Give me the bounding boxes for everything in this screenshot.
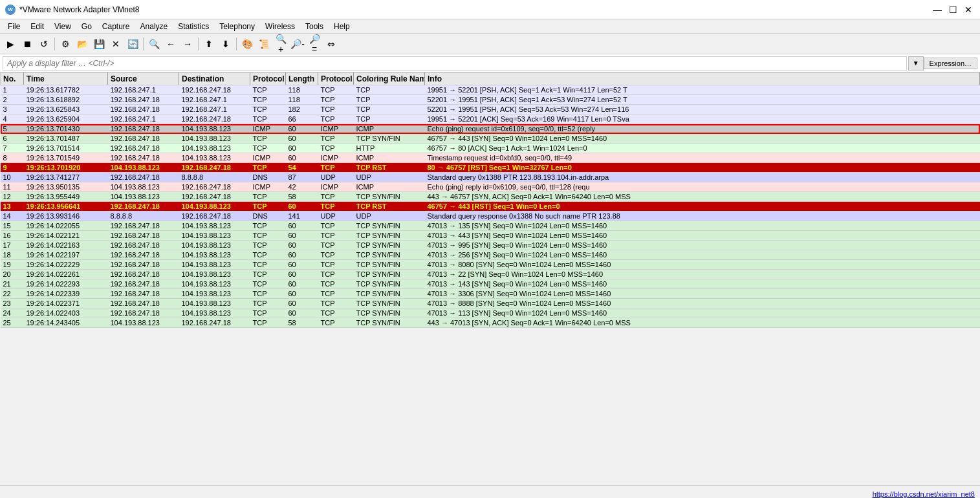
menu-item-help[interactable]: Help	[329, 21, 355, 32]
toolbar-colorize-btn[interactable]: 🎨	[239, 36, 255, 52]
menu-item-file[interactable]: File	[3, 21, 25, 32]
cell-info: 19951 → 52201 [ACK] Seq=53 Ack=169 Win=4…	[425, 114, 980, 124]
filter-input[interactable]	[3, 56, 907, 70]
toolbar-forward-btn[interactable]: →	[180, 36, 195, 52]
filter-dropdown-btn[interactable]: ▼	[908, 56, 924, 70]
table-row[interactable]: 1519:26:14.022055192.168.247.18104.193.8…	[1, 221, 980, 231]
toolbar-goto-btn[interactable]: ⬆	[201, 36, 217, 52]
col-header-coloring[interactable]: Coloring Rule Name	[354, 73, 425, 85]
toolbar-sep1	[54, 38, 55, 50]
table-row[interactable]: 1219:26:13.955449104.193.88.123192.168.2…	[1, 192, 980, 202]
table-row[interactable]: 919:26:13.701920104.193.88.123192.168.24…	[1, 163, 980, 173]
cell-dst: 104.193.88.123	[179, 250, 250, 260]
table-row[interactable]: 519:26:13.701430192.168.247.18104.193.88…	[1, 124, 980, 134]
cell-len: 60	[286, 250, 318, 260]
menu-item-view[interactable]: View	[49, 21, 76, 32]
toolbar-stop-btn[interactable]: ⏹	[19, 36, 35, 52]
cell-time: 19:26:13.701549	[24, 153, 108, 163]
toolbar-resize-btn[interactable]: ⇔	[323, 36, 339, 52]
cell-len: 66	[286, 114, 318, 124]
cell-proto: TCP	[250, 134, 286, 144]
table-row[interactable]: 1819:26:14.022197192.168.247.18104.193.8…	[1, 250, 980, 260]
maximize-button[interactable]: ☐	[946, 3, 959, 16]
col-header-info[interactable]: Info	[425, 73, 980, 85]
cell-proto: TCP	[250, 299, 286, 309]
toolbar-start-btn[interactable]: ▶	[3, 36, 18, 52]
packet-table-wrapper[interactable]: No. Time Source Destination Protocol Len…	[0, 72, 980, 485]
col-header-source[interactable]: Source	[108, 73, 179, 85]
cell-dst: 192.168.247.18	[179, 163, 250, 173]
table-row[interactable]: 1119:26:13.950135104.193.88.123192.168.2…	[1, 182, 980, 192]
toolbar-autoscroll-btn[interactable]: 📜	[256, 36, 272, 52]
menu-item-go[interactable]: Go	[76, 21, 97, 32]
cell-info: 46757 → 80 [ACK] Seq=1 Ack=1 Win=1024 Le…	[425, 144, 980, 153]
menu-item-analyze[interactable]: Analyze	[135, 21, 173, 32]
table-row[interactable]: 2519:26:14.243405104.193.88.123192.168.2…	[1, 318, 980, 328]
cell-proto: ICMP	[250, 153, 286, 163]
menu-item-edit[interactable]: Edit	[25, 21, 49, 32]
toolbar-prev-btn[interactable]: ⬇	[218, 36, 234, 52]
toolbar-zoomreset-btn[interactable]: 🔎=	[307, 36, 322, 52]
cell-time: 19:26:14.022261	[24, 270, 108, 279]
toolbar-sep3	[198, 38, 199, 50]
table-row[interactable]: 719:26:13.701514192.168.247.18104.193.88…	[1, 144, 980, 153]
table-row[interactable]: 2119:26:14.022293192.168.247.18104.193.8…	[1, 279, 980, 289]
toolbar-zoomin-btn[interactable]: 🔍+	[273, 36, 289, 52]
table-row[interactable]: 2419:26:14.022403192.168.247.18104.193.8…	[1, 309, 980, 318]
menu-item-tools[interactable]: Tools	[300, 21, 329, 32]
table-row[interactable]: 419:26:13.625904192.168.247.1192.168.247…	[1, 114, 980, 124]
col-header-destination[interactable]: Destination	[179, 73, 250, 85]
toolbar-zoomout-btn[interactable]: 🔎-	[290, 36, 305, 52]
cell-proto2: TCP	[318, 144, 354, 153]
menu-item-wireless[interactable]: Wireless	[260, 21, 300, 32]
table-row[interactable]: 1919:26:14.022229192.168.247.18104.193.8…	[1, 260, 980, 270]
table-row[interactable]: 1319:26:13.956641192.168.247.18104.193.8…	[1, 202, 980, 211]
menu-item-capture[interactable]: Capture	[97, 21, 135, 32]
cell-time: 19:26:14.022055	[24, 221, 108, 231]
menu-item-statistics[interactable]: Statistics	[173, 21, 214, 32]
toolbar-find-btn[interactable]: 🔍	[146, 36, 162, 52]
cell-proto: TCP	[250, 260, 286, 270]
cell-no: 5	[1, 124, 24, 134]
col-header-no[interactable]: No.	[1, 73, 24, 85]
table-row[interactable]: 2219:26:14.022339192.168.247.18104.193.8…	[1, 289, 980, 299]
expression-button[interactable]: Expression…	[924, 58, 977, 69]
toolbar-save-btn[interactable]: 💾	[91, 36, 107, 52]
table-row[interactable]: 219:26:13.618892192.168.247.18192.168.24…	[1, 95, 980, 105]
table-row[interactable]: 1619:26:14.022121192.168.247.18104.193.8…	[1, 231, 980, 241]
statusbar-url[interactable]: https://blog.csdn.net/xiarim_net8	[873, 490, 975, 498]
toolbar-back-btn[interactable]: ←	[163, 36, 179, 52]
minimize-button[interactable]: —	[931, 3, 944, 16]
cell-dst: 192.168.247.18	[179, 211, 250, 221]
toolbar-close-btn[interactable]: ✕	[108, 36, 124, 52]
table-row[interactable]: 119:26:13.617782192.168.247.1192.168.247…	[1, 85, 980, 95]
table-row[interactable]: 1719:26:14.022163192.168.247.18104.193.8…	[1, 241, 980, 250]
toolbar-restart-btn[interactable]: ↺	[36, 36, 52, 52]
cell-color: TCP SYN/FIN	[354, 231, 425, 241]
cell-len: 60	[286, 231, 318, 241]
col-header-length[interactable]: Length	[286, 73, 318, 85]
cell-src: 192.168.247.18	[108, 250, 179, 260]
table-row[interactable]: 2319:26:14.022371192.168.247.18104.193.8…	[1, 299, 980, 309]
table-row[interactable]: 1419:26:13.9931468.8.8.8192.168.247.18DN…	[1, 211, 980, 221]
table-row[interactable]: 319:26:13.625843192.168.247.18192.168.24…	[1, 105, 980, 114]
close-button[interactable]: ✕	[962, 3, 975, 16]
toolbar-open-btn[interactable]: 📂	[74, 36, 90, 52]
table-row[interactable]: 2019:26:14.022261192.168.247.18104.193.8…	[1, 270, 980, 279]
col-header-protocol[interactable]: Protocol	[250, 73, 286, 85]
toolbar-reload-btn[interactable]: 🔄	[125, 36, 140, 52]
window-controls[interactable]: — ☐ ✕	[931, 3, 975, 16]
cell-color: UDP	[354, 173, 425, 182]
col-header-time[interactable]: Time	[24, 73, 108, 85]
cell-info: 52201 → 19951 [PSH, ACK] Seq=1 Ack=53 Wi…	[425, 95, 980, 105]
menu-item-telephony[interactable]: Telephony	[214, 21, 260, 32]
cell-color: TCP SYN/FIN	[354, 241, 425, 250]
cell-dst: 104.193.88.123	[179, 309, 250, 318]
packet-table: No. Time Source Destination Protocol Len…	[0, 72, 980, 328]
toolbar-options-btn[interactable]: ⚙	[58, 36, 73, 52]
table-row[interactable]: 1019:26:13.741277192.168.247.188.8.8.8DN…	[1, 173, 980, 182]
table-row[interactable]: 619:26:13.701487192.168.247.18104.193.88…	[1, 134, 980, 144]
cell-proto2: TCP	[318, 134, 354, 144]
table-row[interactable]: 819:26:13.701549192.168.247.18104.193.88…	[1, 153, 980, 163]
col-header-protocol2[interactable]: Protocol	[318, 73, 354, 85]
